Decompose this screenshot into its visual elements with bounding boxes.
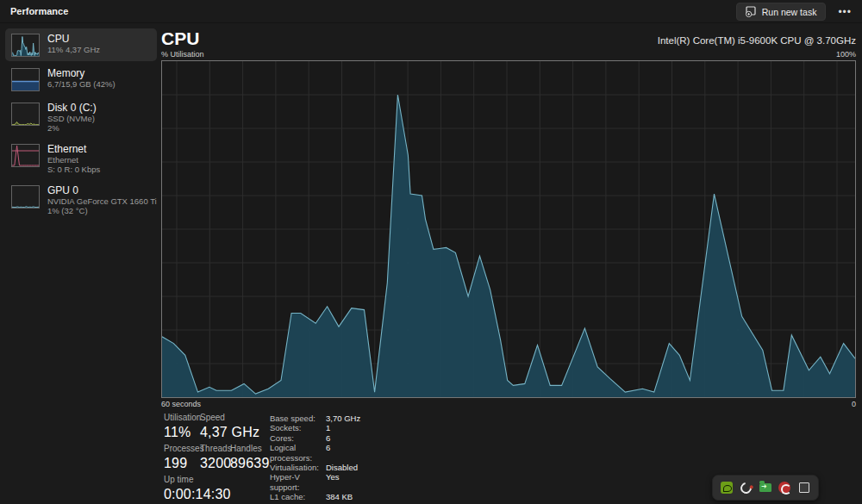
sidebar-item-subtitle: 11% 4,37 GHz xyxy=(47,45,100,54)
sidebar-item-subtitle: 6,7/15,9 GB (42%) xyxy=(47,79,116,89)
uptime-value: 0:00:14:30 xyxy=(164,486,231,502)
sidebar-item-subtitle2: 1% (32 °C) xyxy=(47,206,157,215)
performance-sidebar: CPU 11% 4,37 GHz Memory 6,7/15,9 GB (42%… xyxy=(5,28,157,221)
ethernet-mini-chart xyxy=(11,144,40,167)
cpu-specs: Base speed: 3,70 GHz Sockets: 1 Cores: 6… xyxy=(270,414,360,504)
x-axis-right-label: 0 xyxy=(852,400,856,408)
x-axis-left-label: 60 seconds xyxy=(161,400,201,408)
sidebar-item-title: Disk 0 (C:) xyxy=(47,102,97,114)
page-title: Performance xyxy=(10,6,68,16)
speed-label: Speed xyxy=(200,412,225,424)
nvidia-icon[interactable] xyxy=(720,481,734,495)
panel-title: CPU xyxy=(161,28,199,49)
spec-row-base-speed: Base speed: 3,70 GHz xyxy=(270,414,360,423)
sidebar-item-title: Memory xyxy=(47,67,116,79)
sidebar-item-title: Ethernet xyxy=(47,143,100,155)
spec-row-cores: Cores: 6 xyxy=(270,433,360,443)
threads-value: 3200 xyxy=(200,455,230,471)
spec-row-l1-cache: L1 cache: 384 KB xyxy=(270,492,360,501)
sidebar-item-subtitle: Ethernet xyxy=(47,155,100,165)
sidebar-item-disk[interactable]: Disk 0 (C:) SSD (NVMe) 2% xyxy=(5,97,157,137)
sidebar-item-subtitle2: 2% xyxy=(47,123,97,133)
gpu-mini-chart xyxy=(11,185,40,208)
sidebar-item-gpu[interactable]: GPU 0 NVIDIA GeForce GTX 1660 Ti 1% (32 … xyxy=(5,180,157,220)
ccleaner-icon[interactable] xyxy=(778,481,791,495)
spec-row-virtualisation: Virtualisation: Disabled xyxy=(270,463,360,472)
sidebar-item-subtitle: SSD (NVMe) xyxy=(47,114,97,123)
cpu-mini-chart xyxy=(11,34,40,57)
shared-folder-icon[interactable] xyxy=(759,481,772,495)
disk-mini-chart xyxy=(11,103,40,126)
cursor-swirl-icon[interactable] xyxy=(740,481,753,495)
sidebar-item-memory[interactable]: Memory 6,7/15,9 GB (42%) xyxy=(5,63,157,96)
cpu-utilisation-chart[interactable] xyxy=(161,60,856,398)
processes-value: 199 xyxy=(164,455,200,471)
cpu-panel: CPU Intel(R) Core(TM) i5-9600K CPU @ 3.7… xyxy=(161,0,856,504)
sidebar-item-cpu[interactable]: CPU 11% 4,37 GHz xyxy=(5,28,157,61)
speed-value: 4,37 GHz xyxy=(200,424,259,440)
memory-mini-chart xyxy=(11,68,40,91)
processes-label: Processes xyxy=(164,443,200,455)
handles-value: 89639 xyxy=(230,455,270,471)
sidebar-item-subtitle2: S: 0 R: 0 Kbps xyxy=(47,165,100,174)
spec-row-hyperv: Hyper-V support: Yes xyxy=(270,472,360,492)
y-axis-max-label: 100% xyxy=(836,50,856,59)
tray-overflow-popup xyxy=(712,475,819,501)
spec-row-logical-processors: Logical processors: 6 xyxy=(270,443,360,463)
utilisation-label: Utilisation xyxy=(164,412,200,424)
sidebar-item-subtitle: NVIDIA GeForce GTX 1660 Ti xyxy=(47,196,157,206)
handles-label: Handles xyxy=(230,443,262,455)
window-frame-icon[interactable] xyxy=(797,481,811,495)
sidebar-item-ethernet[interactable]: Ethernet Ethernet S: 0 R: 0 Kbps xyxy=(5,139,157,178)
cpu-model-name: Intel(R) Core(TM) i5-9600K CPU @ 3.70GHz xyxy=(658,35,856,46)
y-axis-label: % Utilisation xyxy=(161,50,204,59)
spec-row-sockets: Sockets: 1 xyxy=(270,423,360,432)
utilisation-value: 11% xyxy=(164,424,200,440)
cpu-stats: Utilisation Speed 11% 4,37 GHz Processes… xyxy=(164,412,270,504)
uptime-label: Up time xyxy=(164,474,193,486)
sidebar-item-title: CPU xyxy=(47,33,100,45)
threads-label: Threads xyxy=(200,443,230,455)
sidebar-item-title: GPU 0 xyxy=(47,184,157,196)
